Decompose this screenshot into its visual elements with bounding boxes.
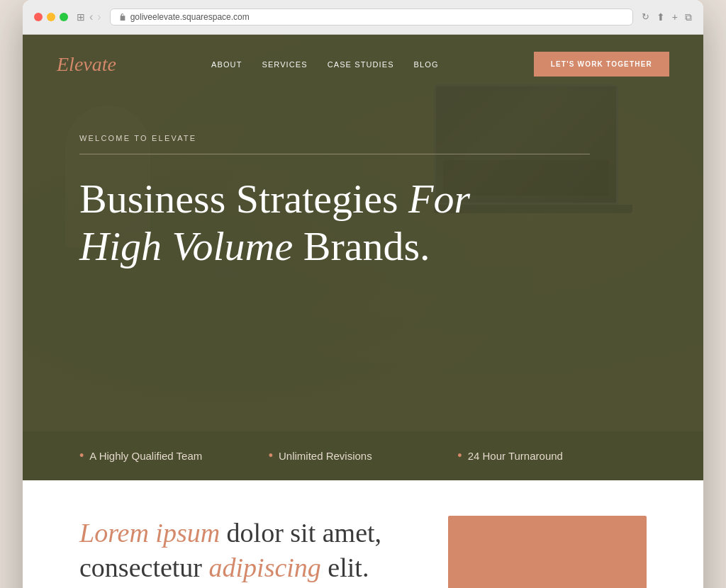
site-logo[interactable]: Elevate <box>57 53 116 76</box>
hero-heading-italic1: For <box>408 176 470 222</box>
maximize-button[interactable] <box>60 13 68 21</box>
below-fold-text1: dolor sit amet, <box>220 518 381 548</box>
minimize-button[interactable] <box>47 13 55 21</box>
cta-button[interactable]: Let's Work Together <box>534 52 669 77</box>
back-button[interactable]: ‹ <box>89 11 93 23</box>
below-fold-text3: elit. <box>321 553 369 582</box>
bullet-1: • <box>79 448 84 463</box>
below-fold-text: Lorem ipsum dolor sit amet, consectetur … <box>79 516 420 586</box>
features-bar: • A Highly Qualified Team • Unlimited Re… <box>23 431 703 480</box>
below-fold-heading: Lorem ipsum dolor sit amet, consectetur … <box>79 516 420 586</box>
nav-services[interactable]: Services <box>262 60 307 69</box>
bullet-3: • <box>457 448 462 463</box>
hero-heading-rest: Brands. <box>293 223 430 269</box>
browser-actions: ↻ ⬆ + ⧉ <box>642 11 692 23</box>
website-content: Elevate About Services Case Studies Blog… <box>23 35 703 588</box>
browser-nav-controls: ⊞ ‹ › <box>77 11 101 23</box>
nav-case-studies[interactable]: Case Studies <box>328 60 394 69</box>
hero-heading-line1: Business Strategies For <box>79 176 470 222</box>
hero-section: Elevate About Services Case Studies Blog… <box>23 35 703 431</box>
below-fold-italic1: Lorem ipsum <box>79 518 220 548</box>
sidebar-toggle-icon[interactable]: ⊞ <box>77 11 85 23</box>
hero-heading-italic2: High Volume <box>79 223 293 269</box>
feature-label-1: A Highly Qualified Team <box>89 450 202 462</box>
new-tab-icon[interactable]: + <box>672 11 678 23</box>
bullet-2: • <box>269 448 273 463</box>
hero-eyebrow: Welcome to Elevate <box>79 134 647 142</box>
below-fold-text2: consectetur <box>79 553 209 582</box>
tabs-icon[interactable]: ⧉ <box>685 11 692 23</box>
feature-label-3: 24 Hour Turnaround <box>468 450 563 462</box>
browser-chrome: ⊞ ‹ › goliveelevate.squarespace.com ↻ ⬆ … <box>23 0 703 35</box>
nav-blog[interactable]: Blog <box>414 60 439 69</box>
share-icon[interactable]: ⬆ <box>657 11 665 23</box>
feature-label-2: Unlimited Revisions <box>279 450 372 462</box>
lock-icon <box>119 13 126 21</box>
refresh-icon[interactable]: ↻ <box>642 11 649 23</box>
feature-item-1: • A Highly Qualified Team <box>79 448 269 463</box>
below-fold-image <box>448 516 647 588</box>
feature-item-3: • 24 Hour Turnaround <box>457 448 647 463</box>
address-bar[interactable]: goliveelevate.squarespace.com <box>110 9 633 26</box>
close-button[interactable] <box>34 13 43 21</box>
hero-heading: Business Strategies For High Volume Bran… <box>79 176 519 270</box>
navbar: Elevate About Services Case Studies Blog… <box>23 35 703 94</box>
below-fold-italic2: adipiscing <box>209 553 321 582</box>
traffic-lights <box>34 13 68 21</box>
feature-item-2: • Unlimited Revisions <box>269 448 458 463</box>
below-fold-section: Lorem ipsum dolor sit amet, consectetur … <box>23 480 703 588</box>
url-text: goliveelevate.squarespace.com <box>130 12 250 22</box>
browser-window: ⊞ ‹ › goliveelevate.squarespace.com ↻ ⬆ … <box>23 0 703 588</box>
nav-links: About Services Case Studies Blog <box>211 60 439 69</box>
hero-divider <box>79 154 590 154</box>
forward-button[interactable]: › <box>97 11 101 23</box>
nav-about[interactable]: About <box>211 60 242 69</box>
